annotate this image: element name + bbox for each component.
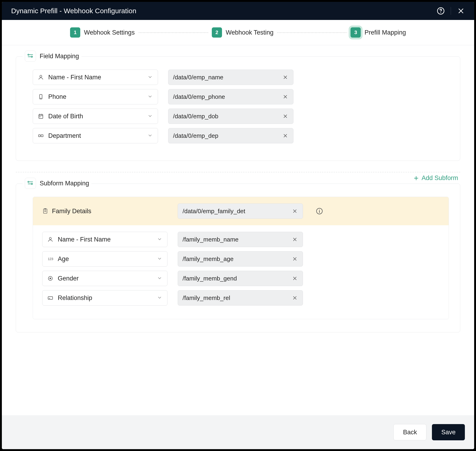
add-subform-label: Add Subform xyxy=(421,175,458,182)
stepper: 1 Webhook Settings 2 Webhook Testing 3 P… xyxy=(2,20,474,45)
calendar-icon xyxy=(38,113,44,119)
path-input[interactable]: /family_memb_rel xyxy=(178,290,303,306)
help-button[interactable] xyxy=(437,7,445,15)
path-input[interactable]: /data/0/emp_dob xyxy=(168,109,294,124)
field-mapping-title: Field Mapping xyxy=(40,53,79,60)
clear-path-button[interactable] xyxy=(292,295,298,301)
chevron-down-icon xyxy=(157,276,163,281)
field-select[interactable]: Phone xyxy=(33,89,158,104)
back-button[interactable]: Back xyxy=(393,424,426,440)
header-actions xyxy=(437,7,465,15)
step-prefill-mapping[interactable]: 3 Prefill Mapping xyxy=(347,27,409,38)
subform-info-button[interactable] xyxy=(316,208,323,215)
field-label: Name - First Name xyxy=(48,74,148,81)
path-input[interactable]: /data/0/emp_phone xyxy=(168,89,294,104)
clear-path-button[interactable] xyxy=(292,256,298,262)
path-input[interactable]: /data/0/emp_dep xyxy=(168,128,294,143)
subform-mapping-title: Subform Mapping xyxy=(40,180,89,187)
add-subform-button[interactable]: Add Subform xyxy=(411,175,460,182)
field-select[interactable]: Age xyxy=(42,251,168,267)
field-select[interactable]: Relationship xyxy=(42,290,168,306)
number-icon xyxy=(47,256,54,262)
field-mapping-section: Field Mapping Name - First Name /data/0/… xyxy=(16,56,460,161)
step-webhook-settings[interactable]: 1 Webhook Settings xyxy=(67,27,138,38)
section-header: Field Mapping xyxy=(23,50,81,62)
field-select[interactable]: Gender xyxy=(42,271,168,286)
mapping-row: Relationship /family_memb_rel xyxy=(42,290,439,306)
mapping-row: Name - First Name /family_memb_name xyxy=(42,232,439,247)
help-icon xyxy=(438,8,444,14)
chevron-down-icon xyxy=(157,237,163,242)
step-label-2: Webhook Testing xyxy=(226,29,274,36)
step-badge-2: 2 xyxy=(212,27,222,38)
chevron-down-icon xyxy=(148,75,153,80)
path-value: /family_memb_age xyxy=(182,255,292,263)
chevron-down-icon xyxy=(148,113,153,119)
chevron-down-icon xyxy=(157,295,163,301)
header-divider xyxy=(451,7,451,15)
dropdown-icon xyxy=(38,132,44,139)
path-input[interactable]: /family_memb_name xyxy=(178,232,303,247)
field-select[interactable]: Date of Birth xyxy=(33,109,158,124)
path-value: /data/0/emp_dep xyxy=(173,132,282,139)
mapping-row: Age /family_memb_age xyxy=(42,251,439,267)
step-badge-3: 3 xyxy=(351,27,361,38)
subform-path-value: /data/0/emp_family_det xyxy=(182,208,292,215)
chevron-down-icon xyxy=(148,94,153,100)
plus-icon xyxy=(414,176,418,180)
step-badge-1: 1 xyxy=(70,27,80,38)
subform-mapping-rows: Name - First Name /family_memb_name Age … xyxy=(42,232,439,306)
field-label: Name - First Name xyxy=(58,236,157,243)
mapping-row: Name - First Name /data/0/emp_name xyxy=(33,70,449,85)
field-label: Date of Birth xyxy=(48,113,148,120)
step-connector xyxy=(274,32,350,33)
modal-container: Dynamic Prefill - Webhook Configuration … xyxy=(2,2,474,449)
clear-path-button[interactable] xyxy=(282,113,288,119)
mapping-row: Phone /data/0/emp_phone xyxy=(33,89,449,104)
path-value: /family_memb_gend xyxy=(182,275,292,282)
path-input[interactable]: /family_memb_age xyxy=(178,251,303,267)
clear-path-button[interactable] xyxy=(292,275,298,282)
subform-box: Family Details /data/0/emp_family_det xyxy=(33,197,449,319)
subform-name: Family Details xyxy=(52,208,91,215)
clear-path-button[interactable] xyxy=(282,132,288,139)
step-webhook-testing[interactable]: 2 Webhook Testing xyxy=(208,27,277,38)
step-label-3: Prefill Mapping xyxy=(364,29,406,36)
modal-title: Dynamic Prefill - Webhook Configuration xyxy=(11,7,136,15)
path-value: /family_memb_rel xyxy=(182,294,292,302)
close-button[interactable] xyxy=(457,7,465,15)
section-icon-box xyxy=(25,50,36,62)
clear-path-button[interactable] xyxy=(282,94,288,100)
subform-body: Name - First Name /family_memb_name Age … xyxy=(33,225,449,319)
field-label: Department xyxy=(48,132,148,139)
x-icon xyxy=(294,210,296,213)
path-input[interactable]: /data/0/emp_name xyxy=(168,70,294,85)
chevron-down-icon xyxy=(148,133,153,138)
subform-label: Family Details xyxy=(42,208,168,215)
step-label-1: Webhook Settings xyxy=(84,29,135,36)
clear-subform-path-button[interactable] xyxy=(292,208,298,214)
mapping-row: Date of Birth /data/0/emp_dob xyxy=(33,109,449,124)
phone-icon xyxy=(38,94,44,100)
field-label: Relationship xyxy=(58,294,157,302)
close-icon xyxy=(459,9,463,13)
step-connector xyxy=(136,32,211,33)
subform-path-input[interactable]: /data/0/emp_family_det xyxy=(178,203,303,219)
person-icon xyxy=(47,236,54,243)
path-value: /data/0/emp_dob xyxy=(173,113,282,120)
sliders-icon xyxy=(28,181,33,184)
subform-header-row: Family Details /data/0/emp_family_det xyxy=(33,197,449,225)
field-select[interactable]: Name - First Name xyxy=(33,70,158,85)
info-icon xyxy=(317,208,322,214)
save-button[interactable]: Save xyxy=(432,424,465,440)
field-select[interactable]: Name - First Name xyxy=(42,232,168,247)
path-value: /data/0/emp_name xyxy=(173,74,282,81)
person-icon xyxy=(38,74,44,81)
field-select[interactable]: Department xyxy=(33,128,158,143)
field-mapping-rows: Name - First Name /data/0/emp_name Phone… xyxy=(33,70,449,143)
subform-mapping-section: Subform Mapping Add Subform Family Detai… xyxy=(16,183,460,332)
clear-path-button[interactable] xyxy=(282,74,288,81)
clear-path-button[interactable] xyxy=(292,236,298,243)
path-value: /family_memb_name xyxy=(182,236,292,243)
path-input[interactable]: /family_memb_gend xyxy=(178,271,303,286)
